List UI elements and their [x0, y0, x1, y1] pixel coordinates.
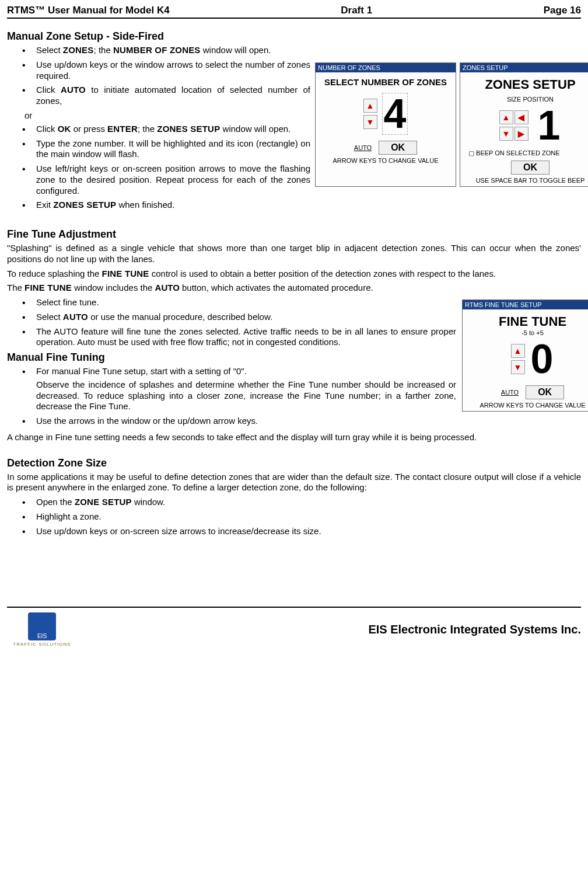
list-item: Select ZONES; the NUMBER OF ZONES window… — [7, 45, 310, 56]
panel-number-of-zones: NUMBER OF ZONES SELECT NUMBER OF ZONES ▲… — [315, 62, 456, 187]
paragraph: To reduce splashing the FINE TUNE contro… — [7, 269, 581, 280]
list-item: Select AUTO or use the manual procedure,… — [7, 312, 456, 323]
arrow-down-icon[interactable]: ▼ — [511, 360, 525, 374]
auto-button[interactable]: AUTO — [354, 144, 372, 151]
ok-button[interactable]: OK — [526, 385, 564, 399]
eis-logo-icon — [28, 612, 56, 640]
list-item: Exit ZONES SETUP when finished. — [7, 200, 310, 211]
panel-titlebar: RTMS FINE TUNE SETUP — [463, 300, 588, 309]
manual-zone-list-2: Click OK or press ENTER; the ZONES SETUP… — [7, 124, 310, 211]
list-item: Select fine tune. — [7, 297, 456, 308]
det-zone-list: Open the ZONE SETUP window. Highlight a … — [7, 497, 581, 537]
manual-zone-list: Select ZONES; the NUMBER OF ZONES window… — [7, 45, 310, 107]
panel-titlebar: ZONES SETUP — [460, 63, 588, 72]
list-item-sub: Observe the incidence of splashes and de… — [36, 379, 456, 412]
beep-checkbox[interactable]: BEEP ON SELECTED ZONE — [468, 149, 588, 157]
arrow-up-icon[interactable]: ▲ — [499, 110, 513, 124]
header-center: Draft 1 — [341, 5, 372, 16]
arrow-up-icon[interactable]: ▲ — [511, 344, 525, 358]
paragraph: "Splashing" is defined as a single vehic… — [7, 243, 581, 265]
manual-fine-list: For manual Fine Tune setup, start with a… — [7, 366, 456, 427]
panel-footer-text: ARROW KEYS TO CHANGE VALUE — [466, 402, 588, 409]
paragraph: A change in Fine tune setting needs a fe… — [7, 432, 581, 443]
zone-number-value: 1 — [537, 105, 562, 146]
panel-heading: SELECT NUMBER OF ZONES — [319, 77, 452, 87]
panel-fine-tune: RTMS FINE TUNE SETUP FINE TUNE -5 to +5 … — [462, 300, 588, 412]
page-header: RTMS™ User Manual for Model K4 Draft 1 P… — [7, 5, 581, 19]
heading-manual-zone-setup: Manual Zone Setup - Side-Fired — [7, 30, 581, 43]
header-right: Page 16 — [544, 5, 581, 16]
list-item: Use left/right keys or on-screen positio… — [7, 163, 310, 196]
ok-button[interactable]: OK — [379, 141, 417, 155]
panel-heading: FINE TUNE — [466, 314, 588, 329]
arrow-down-icon[interactable]: ▼ — [499, 127, 513, 141]
panel-range: -5 to +5 — [466, 329, 588, 336]
footer-company: EIS Electronic Integrated Systems Inc. — [77, 623, 581, 636]
auto-button[interactable]: AUTO — [501, 389, 519, 396]
footer-logo: TRAFFIC SOLUTIONS — [7, 612, 77, 647]
zone-count-value: 4 — [382, 93, 408, 135]
list-item: Highlight a zone. — [7, 511, 581, 523]
list-item: Click AUTO to initiate automated locatio… — [7, 85, 310, 107]
panel-footer-text: ARROW KEYS TO CHANGE VALUE — [319, 157, 452, 164]
panel-titlebar: NUMBER OF ZONES — [316, 63, 456, 72]
footer-logo-subtext: TRAFFIC SOLUTIONS — [7, 642, 77, 647]
panel-subheading: SIZE POSITION — [464, 96, 588, 103]
fine-tune-value: 0 — [530, 339, 555, 379]
list-item: Open the ZONE SETUP window. — [7, 497, 581, 508]
panel-footer-text: USE SPACE BAR TO TOGGLE BEEP — [464, 177, 588, 184]
paragraph: The FINE TUNE window includes the AUTO b… — [7, 283, 581, 294]
arrow-down-icon[interactable]: ▼ — [363, 115, 377, 129]
arrow-up-icon[interactable]: ▲ — [363, 99, 377, 113]
list-item: Type the zone number. It will be highlig… — [7, 138, 310, 161]
heading-detection-zone-size: Detection Zone Size — [7, 457, 581, 469]
heading-manual-fine-tuning: Manual Fine Tuning — [7, 351, 456, 364]
panel-zones-setup: ZONES SETUP ZONES SETUP SIZE POSITION ▲ … — [460, 62, 588, 187]
page-footer: TRAFFIC SOLUTIONS EIS Electronic Integra… — [7, 607, 581, 647]
list-item: Use up/down keys or on-screen size arrow… — [7, 526, 581, 537]
list-item: Use the arrows in the window or the up/d… — [7, 416, 456, 427]
list-item: The AUTO feature will fine tune the zone… — [7, 326, 456, 349]
arrow-left-icon[interactable]: ◀ — [514, 110, 528, 124]
paragraph: In some applications it may be useful to… — [7, 472, 581, 494]
list-item: For manual Fine Tune setup, start with a… — [7, 366, 456, 412]
fine-tune-list: Select fine tune. Select AUTO or use the… — [7, 297, 456, 348]
or-text: or — [7, 110, 310, 120]
heading-fine-tune: Fine Tune Adjustment — [7, 228, 581, 241]
list-item: Use up/down keys or the window arrows to… — [7, 60, 310, 82]
list-item: Click OK or press ENTER; the ZONES SETUP… — [7, 124, 310, 135]
arrow-right-icon[interactable]: ▶ — [514, 127, 528, 141]
header-left: RTMS™ User Manual for Model K4 — [7, 5, 170, 16]
panel-heading: ZONES SETUP — [464, 77, 588, 92]
ok-button[interactable]: OK — [511, 161, 550, 175]
